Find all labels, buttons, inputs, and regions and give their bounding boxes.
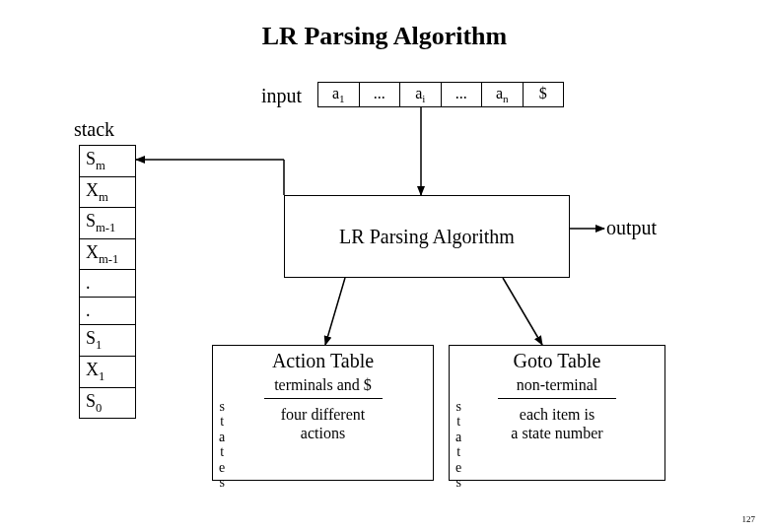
action-table-body: four different actions	[213, 405, 433, 442]
goto-table-box: Goto Table non-terminal each item is a s…	[449, 345, 665, 481]
svg-line-4	[325, 278, 345, 345]
algorithm-box: LR Parsing Algorithm	[284, 195, 570, 278]
input-cell: a1	[318, 83, 360, 106]
input-cell: ...	[442, 83, 483, 106]
stack-cell: .	[80, 298, 135, 325]
algorithm-box-label: LR Parsing Algorithm	[339, 226, 515, 248]
divider	[498, 398, 616, 399]
action-table-sub: terminals and $	[213, 376, 433, 394]
stack-cell: S1	[80, 325, 135, 357]
divider	[264, 398, 383, 399]
stack-cell: Xm-1	[80, 239, 135, 271]
action-table-title: Action Table	[213, 350, 433, 372]
goto-states-label: s t a t e s	[455, 399, 461, 490]
stack-cell: .	[80, 270, 135, 298]
stack-cell: Sm-1	[80, 208, 135, 239]
action-states-label: s t a t e s	[219, 399, 225, 490]
svg-line-5	[503, 278, 542, 345]
output-label: output	[606, 217, 657, 239]
input-cell: $	[524, 83, 564, 106]
input-cell: ...	[360, 83, 401, 106]
stack-cell: Xm	[80, 177, 135, 209]
input-tape: a1 ... ai ... an $	[317, 82, 564, 107]
action-table-box: Action Table terminals and $ four differ…	[212, 345, 434, 481]
page-title: LR Parsing Algorithm	[0, 22, 769, 51]
goto-table-sub: non-terminal	[450, 376, 664, 394]
input-cell: ai	[400, 83, 442, 106]
stack-label: stack	[74, 118, 114, 141]
stack-cell: S0	[80, 388, 135, 419]
stack-column: Sm Xm Sm-1 Xm-1 . . S1 X1 S0	[79, 145, 136, 419]
stack-cell: X1	[80, 357, 135, 388]
page-number: 127	[742, 514, 756, 524]
input-cell: an	[482, 83, 524, 106]
goto-table-body: each item is a state number	[450, 405, 664, 442]
goto-table-title: Goto Table	[450, 350, 664, 372]
input-label: input	[261, 85, 302, 107]
stack-cell: Sm	[80, 146, 135, 177]
